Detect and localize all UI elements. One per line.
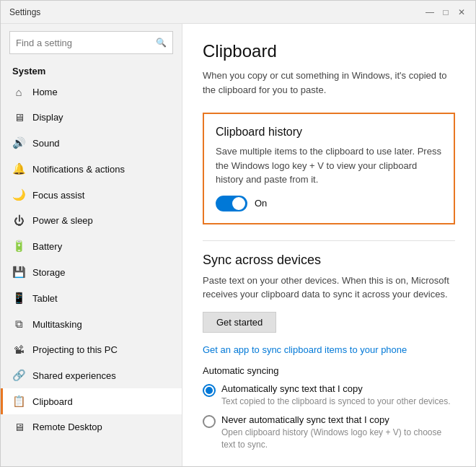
sidebar-item-label: Sound	[32, 138, 60, 149]
auto-sync-label: Automatic syncing	[203, 365, 455, 376]
sidebar-item-label: Remote Desktop	[32, 422, 102, 432]
sidebar-item-power[interactable]: ⏻ Power & sleep	[1, 208, 182, 233]
sidebar-item-tablet[interactable]: 📱 Tablet	[1, 285, 182, 311]
multitasking-icon: ⧉	[12, 318, 25, 331]
sidebar-item-label: Projecting to this PC	[32, 344, 118, 355]
radio-never-desc: Open clipboard history (Windows logo key…	[221, 427, 455, 451]
maximize-button[interactable]: □	[441, 7, 451, 17]
radio-auto-title: Automatically sync text that I copy	[221, 383, 451, 394]
sidebar-item-label: Display	[32, 112, 63, 123]
content-area: 🔍 System ⌂ Home 🖥 Display 🔊 Sound 🔔 Noti…	[1, 24, 475, 466]
clipboard-history-title: Clipboard history	[216, 126, 442, 139]
sidebar-item-battery[interactable]: 🔋 Battery	[1, 233, 182, 259]
projecting-icon: 📽	[12, 344, 25, 356]
search-box[interactable]: 🔍	[9, 31, 173, 54]
window-controls: — □ ✕	[425, 7, 467, 17]
notifications-icon: 🔔	[12, 162, 25, 175]
sidebar-item-label: Battery	[32, 241, 62, 252]
sidebar-section-title: System	[1, 61, 182, 79]
toggle-knob	[232, 197, 245, 210]
radio-auto[interactable]	[203, 384, 216, 397]
section-divider	[203, 240, 455, 241]
sidebar-item-label: Clipboard	[32, 396, 73, 407]
sidebar-item-label: Notifications & actions	[32, 164, 125, 175]
main-content: Clipboard When you copy or cut something…	[182, 24, 475, 466]
display-icon: 🖥	[12, 111, 25, 123]
get-started-button[interactable]: Get started	[203, 312, 276, 333]
home-icon: ⌂	[12, 86, 25, 98]
toggle-row: On	[216, 196, 442, 211]
storage-icon: 💾	[12, 266, 25, 279]
radio-row-auto: Automatically sync text that I copy Text…	[203, 383, 455, 408]
toggle-label: On	[255, 198, 267, 209]
sidebar-item-storage[interactable]: 💾 Storage	[1, 259, 182, 285]
sidebar-item-display[interactable]: 🖥 Display	[1, 105, 182, 130]
sidebar-item-label: Tablet	[32, 293, 58, 304]
sync-section: Sync across devices Paste text on your o…	[203, 253, 455, 451]
radio-never-content: Never automatically sync text that I cop…	[221, 414, 455, 451]
clipboard-icon: 📋	[12, 395, 25, 408]
search-input[interactable]	[16, 38, 156, 48]
sidebar-item-label: Multitasking	[32, 319, 82, 330]
sidebar: 🔍 System ⌂ Home 🖥 Display 🔊 Sound 🔔 Noti…	[1, 24, 182, 466]
clipboard-history-section: Clipboard history Save multiple items to…	[203, 113, 455, 224]
sidebar-item-home[interactable]: ⌂ Home	[1, 79, 182, 105]
radio-row-never: Never automatically sync text that I cop…	[203, 414, 455, 451]
sidebar-item-label: Power & sleep	[32, 215, 93, 226]
battery-icon: 🔋	[12, 240, 25, 253]
sound-icon: 🔊	[12, 136, 25, 149]
radio-never-title: Never automatically sync text that I cop…	[221, 414, 455, 425]
settings-window: Settings — □ ✕ 🔍 System ⌂ Home 🖥 Display	[0, 0, 476, 467]
tablet-icon: 📱	[12, 292, 25, 305]
sidebar-item-remote[interactable]: 🖥 Remote Desktop	[1, 414, 182, 440]
radio-never[interactable]	[203, 415, 216, 428]
sidebar-item-clipboard[interactable]: 📋 Clipboard	[1, 388, 182, 414]
sidebar-item-label: Home	[32, 87, 58, 97]
page-description: When you copy or cut something in Window…	[203, 69, 455, 97]
page-title: Clipboard	[203, 41, 455, 61]
sidebar-item-sound[interactable]: 🔊 Sound	[1, 130, 182, 156]
sidebar-item-label: Shared experiences	[32, 370, 116, 381]
title-bar: Settings — □ ✕	[1, 1, 475, 24]
window-title: Settings	[9, 7, 40, 17]
clipboard-history-toggle[interactable]	[216, 196, 247, 211]
clipboard-history-desc: Save multiple items to the clipboard to …	[216, 144, 442, 187]
sidebar-item-notifications[interactable]: 🔔 Notifications & actions	[1, 156, 182, 182]
sync-title: Sync across devices	[203, 253, 455, 268]
sidebar-item-projecting[interactable]: 📽 Projecting to this PC	[1, 337, 182, 362]
minimize-button[interactable]: —	[425, 7, 435, 17]
sidebar-item-label: Storage	[32, 267, 66, 278]
power-icon: ⏻	[12, 214, 25, 227]
remote-icon: 🖥	[12, 421, 25, 433]
sync-desc: Paste text on your other devices. When t…	[203, 274, 455, 302]
radio-auto-content: Automatically sync text that I copy Text…	[221, 383, 451, 408]
search-icon: 🔍	[156, 38, 167, 48]
close-button[interactable]: ✕	[457, 7, 467, 17]
focus-icon: 🌙	[12, 188, 25, 201]
phone-sync-link[interactable]: Get an app to sync clipboard items to yo…	[203, 344, 407, 355]
radio-auto-desc: Text copied to the clipboard is synced t…	[221, 396, 451, 408]
sidebar-item-shared[interactable]: 🔗 Shared experiences	[1, 362, 182, 388]
sidebar-item-label: Focus assist	[32, 190, 84, 201]
sidebar-item-focus[interactable]: 🌙 Focus assist	[1, 182, 182, 208]
sidebar-item-multitasking[interactable]: ⧉ Multitasking	[1, 311, 182, 337]
shared-icon: 🔗	[12, 369, 25, 382]
